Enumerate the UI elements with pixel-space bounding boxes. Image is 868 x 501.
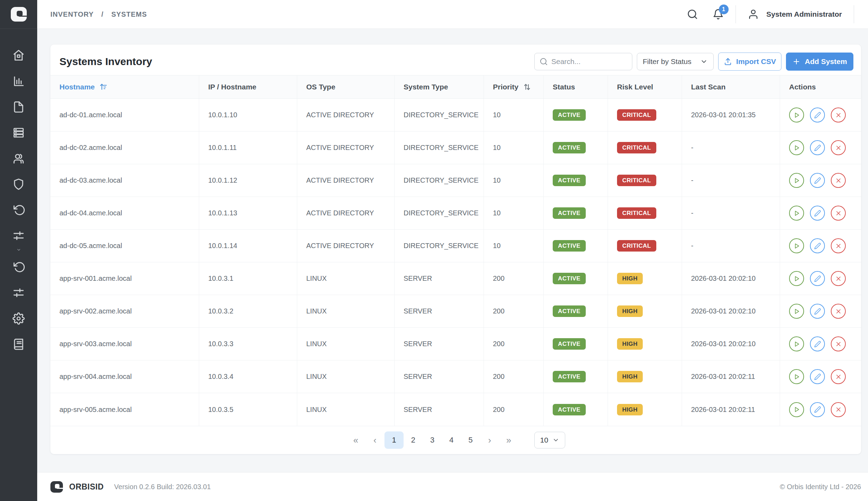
cell-os-type: LINUX — [297, 393, 395, 426]
notifications-button[interactable]: 1 — [713, 9, 724, 20]
risk-badge: HIGH — [617, 404, 643, 415]
column-header-os-type[interactable]: OS Type — [297, 75, 395, 98]
delete-button[interactable] — [831, 369, 846, 384]
cell-priority: 200 — [484, 328, 544, 360]
sidebar-item-analytics[interactable] — [0, 75, 37, 88]
import-csv-button[interactable]: Import CSV — [718, 53, 781, 71]
pencil-icon — [814, 112, 821, 119]
pencil-icon — [814, 406, 821, 413]
column-header-ip[interactable]: IP / Hostname — [199, 75, 297, 98]
scan-button[interactable] — [789, 304, 804, 319]
edit-button[interactable] — [810, 271, 825, 286]
edit-button[interactable] — [810, 206, 825, 221]
sidebar-scroll-caret[interactable] — [16, 247, 22, 252]
edit-button[interactable] — [810, 108, 825, 122]
edit-button[interactable] — [810, 402, 825, 417]
pencil-icon — [814, 210, 821, 217]
scan-button[interactable] — [789, 173, 804, 188]
sidebar-item-users[interactable] — [0, 152, 37, 165]
delete-button[interactable] — [831, 402, 846, 417]
delete-button[interactable] — [831, 173, 846, 188]
cell-status: ACTIVE — [544, 295, 608, 327]
sidebar-item-history[interactable] — [0, 204, 37, 216]
app-logo[interactable] — [0, 0, 37, 29]
scan-button[interactable] — [789, 336, 804, 351]
page-size-select[interactable]: 10 — [534, 432, 565, 448]
edit-button[interactable] — [810, 336, 825, 351]
users-icon — [13, 152, 25, 165]
main-content: Systems Inventory Filter by Status Impor… — [37, 29, 868, 472]
column-header-status[interactable]: Status — [544, 75, 608, 98]
scan-button[interactable] — [789, 238, 804, 253]
import-csv-label: Import CSV — [736, 57, 776, 66]
risk-badge: HIGH — [617, 371, 643, 382]
status-badge: ACTIVE — [553, 338, 586, 350]
column-header-priority[interactable]: Priority — [484, 75, 544, 98]
upload-icon — [724, 57, 732, 66]
pagination-last-button[interactable]: » — [499, 431, 518, 449]
cell-hostname: ad-dc-03.acme.local — [50, 164, 199, 197]
cell-system-type: SERVER — [395, 360, 484, 393]
breadcrumb-inventory[interactable]: INVENTORY — [50, 10, 94, 18]
cell-risk-level: HIGH — [608, 360, 682, 393]
pagination-page-1[interactable]: 1 — [384, 431, 404, 449]
pagination-first-button[interactable]: « — [346, 431, 365, 449]
delete-button[interactable] — [831, 271, 846, 286]
scan-button[interactable] — [789, 369, 804, 384]
sidebar-item-settings[interactable] — [0, 312, 37, 325]
edit-button[interactable] — [810, 238, 825, 253]
search-input[interactable] — [551, 57, 627, 66]
pagination-page-2[interactable]: 2 — [404, 431, 423, 449]
scan-button[interactable] — [789, 108, 804, 122]
scan-button[interactable] — [789, 206, 804, 221]
delete-button[interactable] — [831, 140, 846, 155]
column-header-last-scan[interactable]: Last Scan — [682, 75, 780, 98]
status-filter-select[interactable]: Filter by Status — [637, 53, 714, 70]
sidebar-item-documents[interactable] — [0, 101, 37, 113]
play-icon — [793, 210, 800, 217]
search-icon[interactable] — [687, 9, 698, 20]
column-header-risk-level[interactable]: Risk Level — [608, 75, 682, 98]
sidebar-item-systems[interactable] — [0, 126, 37, 139]
pagination-next-button[interactable]: › — [480, 431, 499, 449]
sidebar-item-logs[interactable] — [0, 338, 37, 351]
edit-button[interactable] — [810, 304, 825, 319]
pagination-page-5[interactable]: 5 — [461, 431, 480, 449]
column-header-system-type[interactable]: System Type — [395, 75, 484, 98]
sidebar-item-configuration[interactable] — [0, 229, 37, 242]
delete-button[interactable] — [831, 336, 846, 351]
edit-button[interactable] — [810, 173, 825, 188]
pencil-icon — [814, 144, 821, 151]
sidebar-item-sync[interactable] — [0, 261, 37, 273]
cell-os-type: LINUX — [297, 328, 395, 360]
cell-status: ACTIVE — [544, 230, 608, 262]
delete-button[interactable] — [831, 238, 846, 253]
pencil-icon — [814, 308, 821, 315]
edit-button[interactable] — [810, 369, 825, 384]
delete-button[interactable] — [831, 108, 846, 122]
cell-actions — [780, 262, 861, 295]
scan-button[interactable] — [789, 271, 804, 286]
status-badge: ACTIVE — [553, 142, 586, 153]
risk-badge: HIGH — [617, 273, 643, 284]
cell-ip: 10.0.1.12 — [199, 164, 297, 197]
pagination-page-3[interactable]: 3 — [423, 431, 442, 449]
delete-button[interactable] — [831, 304, 846, 319]
risk-badge: HIGH — [617, 338, 643, 350]
pagination-prev-button[interactable]: ‹ — [365, 431, 384, 449]
cell-system-type: SERVER — [395, 262, 484, 295]
sidebar-item-home[interactable] — [0, 49, 37, 62]
delete-button[interactable] — [831, 206, 846, 221]
sidebar-item-preferences[interactable] — [0, 286, 37, 299]
sidebar-item-security[interactable] — [0, 178, 37, 191]
column-header-hostname[interactable]: Hostname — [50, 75, 199, 98]
cell-system-type: SERVER — [395, 328, 484, 360]
scan-button[interactable] — [789, 402, 804, 417]
user-menu[interactable]: System Administrator — [748, 9, 842, 20]
scan-button[interactable] — [789, 140, 804, 155]
pagination-page-4[interactable]: 4 — [442, 431, 461, 449]
history-icon — [13, 261, 25, 273]
edit-button[interactable] — [810, 140, 825, 155]
cell-os-type: ACTIVE DIRECTORY — [297, 197, 395, 229]
add-system-button[interactable]: Add System — [786, 53, 853, 71]
